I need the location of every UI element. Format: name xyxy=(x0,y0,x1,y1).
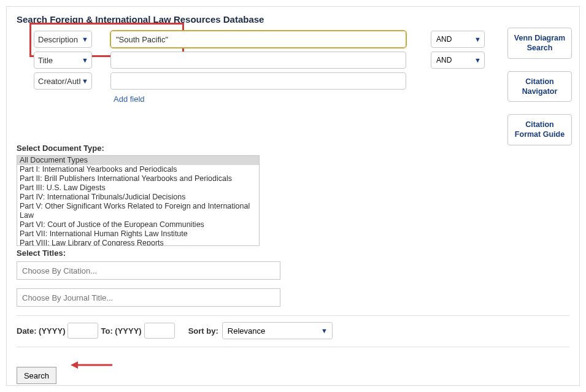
doctype-option[interactable]: Part V: Other Significant Works Related … xyxy=(17,202,259,220)
field-select-2[interactable]: Title xyxy=(34,52,92,69)
annotation-arrow-icon xyxy=(71,359,114,371)
document-type-listbox[interactable]: All Document Types Part I: International… xyxy=(17,155,260,246)
document-type-label: Select Document Type: xyxy=(17,144,569,153)
doctype-option[interactable]: Part II: Brill Publishers International … xyxy=(17,174,259,183)
choose-by-citation-input[interactable] xyxy=(17,261,280,280)
add-field-link[interactable]: Add field xyxy=(114,94,145,104)
field-select-1[interactable]: Description xyxy=(34,31,92,48)
search-row: Description ▼ AND ▼ xyxy=(17,31,569,48)
search-row: Title ▼ AND ▼ xyxy=(17,52,569,69)
doctype-option[interactable]: Part IV: International Tribunals/Judicia… xyxy=(17,193,259,202)
date-from-label: Date: (YYYY) xyxy=(17,326,65,336)
search-rows: Description ▼ AND ▼ Title ▼ xyxy=(17,31,569,104)
date-sort-row: Date: (YYYY) To: (YYYY) Sort by: Relevan… xyxy=(17,322,569,339)
divider xyxy=(17,347,569,347)
divider xyxy=(17,315,569,316)
sort-by-label: Sort by: xyxy=(188,326,218,336)
date-to-input[interactable] xyxy=(144,323,175,339)
field-select-3[interactable]: Creator/Author xyxy=(34,72,92,90)
svg-marker-1 xyxy=(71,361,78,369)
date-to-label: To: (YYYY) xyxy=(101,326,141,336)
doctype-option[interactable]: Part I: International Yearbooks and Peri… xyxy=(17,165,259,174)
operator-select-2[interactable]: AND xyxy=(431,52,485,69)
search-term-input-2[interactable] xyxy=(110,52,406,69)
doctype-option[interactable]: Part VI: Court of Justice of the Europea… xyxy=(17,220,259,229)
sort-by-select[interactable]: Relevance xyxy=(222,322,333,339)
search-term-input-3[interactable] xyxy=(110,72,406,90)
doctype-option[interactable]: Part III: U.S. Law Digests xyxy=(17,183,259,193)
search-term-input-1[interactable] xyxy=(110,31,406,48)
date-from-input[interactable] xyxy=(67,323,98,339)
choose-by-journal-title-input[interactable] xyxy=(17,288,280,307)
select-titles-label: Select Titles: xyxy=(17,248,569,258)
venn-diagram-search-button[interactable]: Venn Diagram Search xyxy=(507,28,572,59)
search-button[interactable]: Search xyxy=(17,367,56,384)
doctype-option[interactable]: All Document Types xyxy=(17,156,259,165)
citation-navigator-button[interactable]: Citation Navigator xyxy=(507,71,572,102)
operator-select-1[interactable]: AND xyxy=(431,31,485,48)
page-heading: Search Foreign & International Law Resou… xyxy=(17,14,569,25)
doctype-option[interactable]: Part VIII: Law Library of Congress Repor… xyxy=(17,239,259,246)
side-buttons: Venn Diagram Search Citation Navigator C… xyxy=(507,28,572,145)
search-row: Creator/Author ▼ xyxy=(17,72,569,90)
doctype-option[interactable]: Part VII: International Human Rights Law… xyxy=(17,229,259,239)
citation-format-guide-button[interactable]: Citation Format Guide xyxy=(507,114,572,145)
